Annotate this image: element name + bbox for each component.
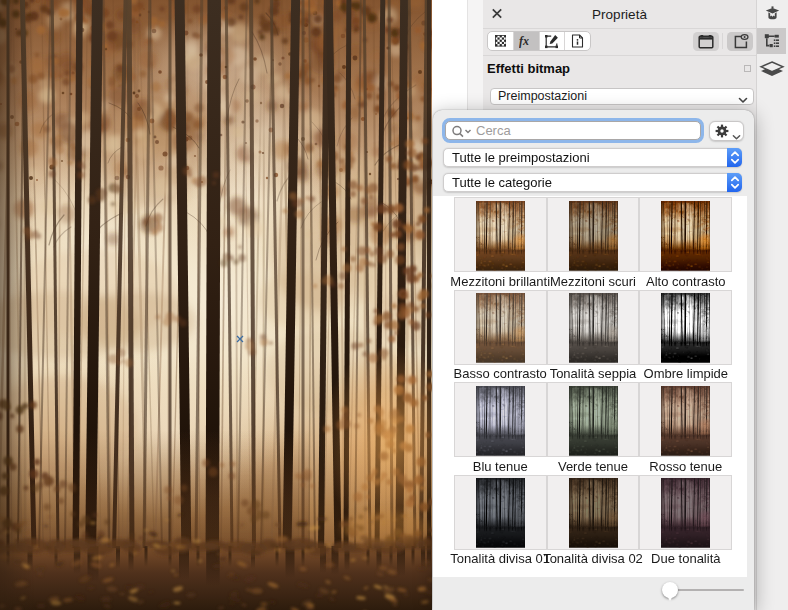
- svg-text:fx: fx: [519, 34, 529, 48]
